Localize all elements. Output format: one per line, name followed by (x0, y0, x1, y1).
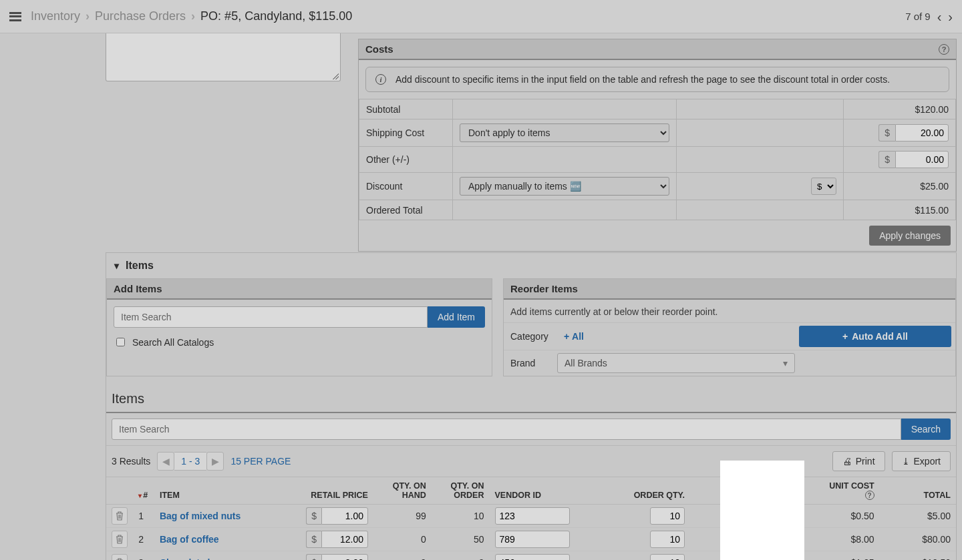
items-table: ▾# ITEM RETAIL PRICE QTY. ON HAND QTY. O… (106, 477, 956, 560)
item-link[interactable]: Chocolate bar (160, 557, 222, 560)
discount-apply-select[interactable]: Apply manually to items 🆕 (460, 177, 669, 196)
chevron-right-icon: › (86, 9, 90, 23)
item-link[interactable]: Bag of mixed nuts (160, 511, 240, 521)
category-label: Category (504, 327, 557, 346)
unit-discount-input[interactable] (749, 554, 802, 560)
breadcrumb-current: PO: #5, Candyland, $115.00 (200, 9, 352, 23)
currency-symbol: $ (306, 507, 321, 525)
delete-row-button[interactable] (112, 554, 128, 560)
subtotal-label: Subtotal (359, 99, 453, 119)
chevron-down-icon: ▾ (783, 358, 788, 368)
topbar: Inventory › Purchase Orders › PO: #5, Ca… (0, 0, 962, 33)
col-onorder[interactable]: QTY. ON ORDER (432, 477, 490, 505)
retail-price-input[interactable] (321, 507, 368, 525)
help-icon[interactable]: ? (865, 491, 874, 500)
item-search-input[interactable] (114, 306, 428, 328)
add-item-button[interactable]: Add Item (428, 306, 485, 328)
items-section: ▾ Items Add Items Add Item Search All Ca… (106, 252, 957, 560)
table-row: 3Chocolate bar$90$$1.25$12.50 (106, 551, 956, 561)
costs-alert: i Add discount to specific items in the … (365, 67, 949, 92)
retail-price-input[interactable] (321, 531, 368, 548)
unit-cost: $1.25 (808, 551, 880, 561)
ordered-total-label: Ordered Total (359, 200, 453, 220)
order-qty-input[interactable] (650, 554, 685, 560)
col-discount[interactable]: UNIT DISCOUNT (690, 477, 808, 505)
row-number: 3 (133, 551, 154, 561)
row-number: 1 (133, 505, 154, 528)
help-icon[interactable]: ? (939, 44, 949, 55)
apply-changes-button[interactable]: Apply changes (869, 226, 951, 246)
pager-prev[interactable]: ‹ (937, 10, 942, 23)
col-onhand[interactable]: QTY. ON HAND (373, 477, 432, 505)
qty-on-hand: 99 (373, 505, 432, 528)
shipping-apply-select[interactable]: Don't apply to items (460, 123, 669, 142)
col-retail[interactable]: RETAIL PRICE (296, 477, 373, 505)
unit-discount-input[interactable] (749, 531, 802, 548)
notes-textarea[interactable] (106, 33, 341, 81)
currency-symbol: $ (306, 531, 321, 548)
retail-price-input[interactable] (321, 554, 368, 560)
pager-text: 7 of 9 (905, 11, 931, 22)
vendor-id-input[interactable] (495, 554, 570, 560)
plus-icon: + (842, 331, 848, 342)
breadcrumb-inventory[interactable]: Inventory (31, 9, 80, 23)
other-amount-input[interactable] (895, 151, 949, 168)
qty-on-hand: 9 (373, 551, 432, 561)
items-section-toggle[interactable]: ▾ Items (106, 253, 956, 278)
order-qty-input[interactable] (650, 531, 685, 548)
col-unitcost[interactable]: UNIT COST ? (808, 477, 880, 505)
auto-add-all-button[interactable]: + Auto Add All (799, 326, 951, 347)
unit-discount-input[interactable] (749, 507, 802, 525)
export-button[interactable]: ⤓ Export (892, 451, 951, 471)
pager-next[interactable]: › (948, 10, 953, 23)
vendor-id-input[interactable] (495, 531, 570, 548)
category-all-link[interactable]: + All (564, 331, 584, 342)
unit-cost: $0.50 (808, 505, 880, 528)
other-label: Other (+/-) (359, 147, 453, 173)
discount-unit-select[interactable]: $ (811, 178, 836, 195)
reorder-hint: Add items currently at or below their re… (504, 306, 955, 322)
col-item[interactable]: ITEM (154, 477, 296, 505)
col-orderqty[interactable]: ORDER QTY. (577, 477, 690, 505)
info-icon: i (375, 74, 386, 85)
brand-select[interactable]: All Brands ▾ (557, 353, 795, 373)
search-all-catalogs-toggle[interactable]: Search All Catalogs (114, 336, 485, 348)
delete-row-button[interactable] (112, 507, 128, 525)
plus-icon: + (564, 331, 572, 342)
subtotal-value: $120.00 (844, 99, 956, 119)
menu-icon[interactable] (9, 12, 21, 21)
search-all-catalogs-checkbox[interactable] (116, 338, 125, 346)
page-range[interactable]: 1 - 3 (174, 452, 206, 471)
shipping-label: Shipping Cost (359, 119, 453, 147)
costs-table: Subtotal $120.00 Shipping Cost Don't app… (359, 99, 956, 220)
col-vendor[interactable]: VENDOR ID (490, 477, 577, 505)
item-link[interactable]: Bag of coffee (160, 534, 219, 545)
page-next-button[interactable]: ▶ (206, 452, 224, 471)
items-section-title: Items (126, 260, 154, 272)
print-icon: 🖨 (842, 456, 852, 467)
page-prev-button[interactable]: ◀ (157, 452, 174, 471)
row-total: $5.00 (880, 505, 956, 528)
print-button[interactable]: 🖨 Print (832, 451, 885, 471)
breadcrumb-purchase-orders[interactable]: Purchase Orders (95, 9, 186, 23)
currency-symbol: $ (878, 124, 895, 142)
brand-label: Brand (504, 354, 557, 372)
results-count: 3 Results (112, 456, 150, 467)
items-search-input[interactable] (112, 418, 901, 440)
qty-on-order: 50 (432, 528, 490, 551)
reorder-items-title: Reorder Items (504, 279, 955, 300)
qty-on-order: 10 (432, 505, 490, 528)
reorder-items-panel: Reorder Items Add items currently at or … (503, 278, 956, 376)
per-page-select[interactable]: 15 PER PAGE (230, 456, 291, 467)
currency-symbol: $ (734, 507, 749, 525)
delete-row-button[interactable] (112, 531, 128, 548)
shipping-amount-input[interactable] (895, 124, 949, 142)
row-total: $80.00 (880, 528, 956, 551)
sort-icon[interactable]: ▾ (138, 492, 142, 499)
currency-symbol: $ (734, 554, 749, 560)
items-search-button[interactable]: Search (901, 418, 951, 440)
row-total: $12.50 (880, 551, 956, 561)
col-total[interactable]: TOTAL (880, 477, 956, 505)
order-qty-input[interactable] (650, 507, 685, 525)
vendor-id-input[interactable] (495, 507, 570, 525)
